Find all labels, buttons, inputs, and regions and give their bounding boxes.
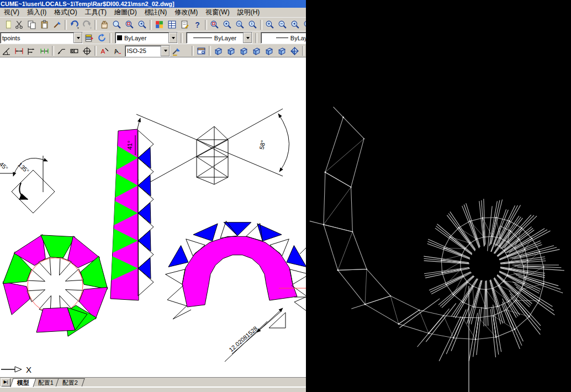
menu-item-2[interactable]: 格式(O): [50, 7, 81, 18]
dim-style-combo[interactable]: ISO-25: [125, 45, 170, 57]
layout-tab-bar: ▶| 模型配置1配置2: [0, 377, 306, 387]
dimension-edit-icon[interactable]: A: [98, 45, 110, 57]
layout-tab-label: 配置1: [38, 379, 54, 387]
linetype-sample: [193, 38, 212, 38]
layer-value: tpoints: [2, 35, 20, 41]
lineweight-sample: [276, 38, 288, 38]
render-viewport[interactable]: [306, 0, 571, 392]
dimension-text: 45°: [0, 161, 9, 172]
layout-tab-label: 配置2: [62, 379, 78, 387]
dimension-text: 58°: [258, 140, 266, 150]
menu-item-8[interactable]: 說明(H): [234, 7, 264, 18]
toolbar-separator: [260, 20, 262, 30]
angular-dimension-icon[interactable]: [0, 45, 13, 57]
menu-item-4[interactable]: 繪圖(D): [110, 7, 141, 18]
linetype-combo[interactable]: ByLayer: [186, 32, 252, 44]
layer-combo-dropdown[interactable]: [73, 33, 82, 43]
right-view-icon[interactable]: [250, 45, 263, 57]
layer-combo[interactable]: tpoints: [0, 32, 83, 44]
tab-nav-button[interactable]: ▶|: [1, 378, 10, 386]
zoom-dynamic-icon[interactable]: [221, 18, 234, 31]
dimension-text-edit-icon[interactable]: A: [110, 45, 123, 57]
color-swatch: [117, 35, 122, 40]
standard-toolbar: ?%: [0, 17, 306, 31]
properties-toolbar: tpointsByLayerByLayerByLayer: [0, 31, 306, 44]
layer-previous-icon[interactable]: [96, 31, 108, 44]
drawing-canvas[interactable]: 135°45°41°58°12.02081528X: [0, 57, 306, 378]
dimension-update-icon[interactable]: [170, 45, 183, 57]
ucs-x-label: X: [26, 365, 31, 374]
menu-item-7[interactable]: 視窗(W): [202, 7, 233, 18]
menu-item-3[interactable]: 工具(T): [81, 7, 110, 18]
toolbar-separator: [94, 20, 97, 30]
zoom-window2-icon[interactable]: [208, 18, 221, 31]
zoom-previous2-icon[interactable]: [289, 18, 302, 31]
cad-drawing-svg[interactable]: 135°45°41°58°12.02081528X: [0, 57, 306, 378]
dim-style-value: ISO-25: [127, 47, 146, 54]
quick-dimension-icon[interactable]: [13, 45, 25, 57]
paste-icon[interactable]: [38, 18, 51, 31]
baseline-dimension-icon[interactable]: [25, 45, 38, 57]
sheet-set-icon[interactable]: [178, 18, 191, 31]
window-title: CUME~1\user\LOCALS~1\Temp\Rar$DI00.421\m…: [1, 1, 175, 7]
named-views-icon[interactable]: [195, 45, 208, 57]
sw-isometric-icon[interactable]: [288, 45, 301, 57]
menu-item-5[interactable]: 標註(N): [141, 7, 171, 18]
format-painter-icon[interactable]: [51, 18, 64, 31]
menu-item-0[interactable]: 視(V): [0, 7, 23, 18]
layout-tab-0[interactable]: 模型: [10, 378, 36, 387]
table-icon[interactable]: [166, 18, 178, 31]
svg-text:%: %: [237, 22, 241, 26]
toolbar-separator: [209, 46, 211, 56]
new-partial-icon[interactable]: [0, 18, 13, 31]
toolbar-separator: [94, 46, 97, 56]
dimension-toolbar: AAISO-25: [0, 44, 306, 57]
copy-icon[interactable]: [25, 18, 38, 31]
back-view-icon[interactable]: [276, 45, 288, 57]
undo-icon[interactable]: [68, 18, 81, 31]
spiral-render-svg[interactable]: [306, 0, 571, 392]
top-view-icon[interactable]: [212, 45, 225, 57]
dim-style-dropdown[interactable]: [161, 46, 170, 56]
color-combo-dropdown[interactable]: [168, 33, 177, 43]
zoom-window-icon[interactable]: [123, 18, 136, 31]
zoom-scale-icon[interactable]: %: [234, 18, 246, 31]
toolbar-separator: [150, 20, 152, 30]
tolerance-icon[interactable]: [68, 45, 81, 57]
left-view-icon[interactable]: [237, 45, 250, 57]
menu-item-1[interactable]: 插入(I): [23, 7, 50, 18]
cut-icon[interactable]: [13, 18, 25, 31]
zoom-previous-icon[interactable]: [136, 18, 149, 31]
color-combo[interactable]: ByLayer: [115, 32, 178, 44]
help-icon[interactable]: ?: [191, 18, 204, 31]
linetype-value: ByLayer: [214, 35, 236, 41]
make-object-layer-current-icon[interactable]: [83, 31, 96, 44]
front-view-icon[interactable]: [263, 45, 276, 57]
zoom-realtime-icon[interactable]: [110, 18, 123, 31]
menu-item-6[interactable]: 修改(M): [171, 7, 202, 18]
toolbar-separator: [65, 20, 67, 30]
pan-icon[interactable]: [98, 18, 110, 31]
bottom-view-icon[interactable]: [225, 45, 237, 57]
svg-text:A: A: [101, 47, 105, 54]
continue-dimension-icon[interactable]: [38, 45, 51, 57]
dimension-text: 12.02081528: [228, 325, 258, 353]
color-value: ByLayer: [124, 35, 146, 41]
zoom-center-icon[interactable]: [246, 18, 259, 31]
command-line-edge[interactable]: [0, 386, 306, 392]
toolbar-separator: [205, 20, 207, 30]
zoom-in-icon[interactable]: [263, 18, 276, 31]
zoom-out-icon[interactable]: [276, 18, 289, 31]
linetype-combo-dropdown[interactable]: [243, 33, 252, 43]
center-mark-icon[interactable]: [81, 45, 93, 57]
redo-icon[interactable]: [81, 18, 93, 31]
quick-leader-icon[interactable]: [55, 45, 68, 57]
dimension-text: 41°: [126, 141, 133, 150]
layout-tab-2[interactable]: 配置2: [56, 378, 85, 387]
dimension-text: 135°: [17, 161, 30, 174]
render-icon[interactable]: [153, 18, 166, 31]
title-bar[interactable]: CUME~1\user\LOCALS~1\Temp\Rar$DI00.421\m…: [0, 0, 306, 8]
svg-text:A: A: [113, 46, 119, 55]
toolbar-separator: [302, 46, 304, 56]
autocad-screen: CUME~1\user\LOCALS~1\Temp\Rar$DI00.421\m…: [0, 0, 571, 392]
